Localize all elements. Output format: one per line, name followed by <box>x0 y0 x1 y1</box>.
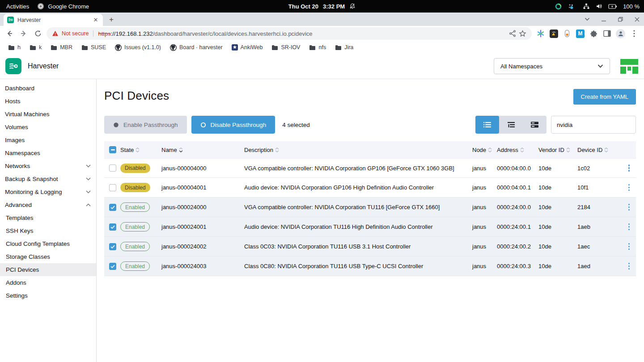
folder-icon <box>81 45 88 51</box>
sidebar-item-namespaces[interactable]: Namespaces <box>0 147 96 160</box>
activities-button[interactable]: Activities <box>6 3 29 10</box>
screenshot-extension-icon[interactable] <box>550 29 558 38</box>
bookmark-item[interactable]: SR-IOV <box>268 43 304 52</box>
chrome-menu-kebab-icon[interactable] <box>630 29 639 38</box>
bookmark-item[interactable]: Board · harvester <box>166 43 226 52</box>
share-icon[interactable] <box>509 30 516 37</box>
row-checkbox[interactable] <box>109 204 116 211</box>
sidebar-item-hosts[interactable]: Hosts <box>0 95 96 108</box>
window-restore-icon[interactable] <box>618 17 623 22</box>
sidebar-item-backup-snapshot[interactable]: Backup & Snapshot <box>0 173 96 185</box>
row-checkbox[interactable] <box>109 164 116 172</box>
network-wired-icon[interactable] <box>583 3 590 9</box>
reload-button[interactable] <box>32 28 44 39</box>
sidebar-item-ssh-keys[interactable]: SSH Keys <box>0 224 96 237</box>
battery-icon[interactable] <box>608 4 617 9</box>
bookmark-item[interactable]: Issues (v1.1.0) <box>111 43 165 52</box>
sort-icon[interactable] <box>275 147 279 152</box>
column-header-node[interactable]: Node <box>472 147 497 153</box>
address-cell: 0000:24:00.1 <box>497 223 538 230</box>
enable-passthrough-button[interactable]: Enable Passthrough <box>104 116 187 134</box>
battery-percent[interactable]: 100 % <box>623 3 640 10</box>
select-all-checkbox[interactable] <box>109 146 116 153</box>
window-minimize-icon[interactable] <box>602 17 606 22</box>
focused-app-indicator[interactable]: Google Chrome <box>37 3 89 10</box>
row-actions-kebab-icon[interactable] <box>626 182 633 193</box>
tray-app-dots-icon[interactable] <box>568 3 574 10</box>
column-header-device-id[interactable]: Device ID <box>577 147 622 153</box>
chevron-down-icon <box>86 177 91 181</box>
tab-search-chevron-icon[interactable] <box>585 17 590 21</box>
sort-icon[interactable] <box>604 147 608 152</box>
profile-avatar[interactable] <box>616 29 625 38</box>
sidebar-item-storage-classes[interactable]: Storage Classes <box>0 250 96 263</box>
filter-search-input[interactable] <box>551 116 636 134</box>
sidebar-item-cloud-config-templates[interactable]: Cloud Config Templates <box>0 237 96 250</box>
bookmark-item[interactable]: AnkiWeb <box>228 43 267 52</box>
column-header-name[interactable]: Name <box>161 147 244 153</box>
sidebar-item-dashboard[interactable]: Dashboard <box>0 82 96 95</box>
sort-icon[interactable] <box>488 147 492 152</box>
sidebar-item-settings[interactable]: Settings <box>0 289 96 302</box>
bookmark-item[interactable]: SUSE <box>78 43 110 52</box>
row-actions-kebab-icon[interactable] <box>626 241 633 252</box>
forward-button[interactable] <box>18 28 30 39</box>
back-button[interactable] <box>4 28 15 39</box>
bookmark-star-icon[interactable] <box>519 30 526 37</box>
device-name-cell: janus-000004001 <box>161 184 244 191</box>
sidebar-item-virtual-machines[interactable]: Virtual Machines <box>0 108 96 121</box>
sidebar-item-templates[interactable]: Templates <box>0 211 96 224</box>
colorful-asterisk-extension-icon[interactable] <box>536 29 545 38</box>
row-checkbox[interactable] <box>109 263 116 270</box>
new-tab-button[interactable]: + <box>106 14 117 25</box>
bookmark-item[interactable]: h <box>4 43 24 52</box>
address-bar[interactable]: Not secure https://192.168.1.232/dashboa… <box>47 27 532 40</box>
sidebar-item-monitoring-logging[interactable]: Monitoring & Logging <box>0 185 96 198</box>
bookmark-item[interactable]: k <box>26 43 45 52</box>
tree-view-button[interactable] <box>499 116 523 134</box>
sidebar-item-advanced[interactable]: Advanced <box>0 198 96 211</box>
security-status[interactable]: Not secure <box>62 30 89 37</box>
sidebar-item-addons[interactable]: Addons <box>0 276 96 289</box>
bookmark-item[interactable]: MBR <box>47 43 76 52</box>
row-checkbox[interactable] <box>109 223 116 231</box>
sidebar-item-networks[interactable]: Networks <box>0 160 96 173</box>
row-actions-kebab-icon[interactable] <box>626 261 633 272</box>
namespace-filter-select[interactable]: All Namespaces <box>494 58 610 74</box>
extensions-puzzle-icon[interactable] <box>589 29 598 38</box>
side-panel-icon[interactable] <box>602 29 611 38</box>
harvester-logo-icon[interactable] <box>5 58 21 74</box>
browser-tab-harvester[interactable]: Harvester ✕ <box>4 14 103 26</box>
tab-close-icon[interactable]: ✕ <box>92 17 99 24</box>
row-checkbox[interactable] <box>109 243 116 250</box>
tray-app-ring-icon[interactable] <box>555 3 562 10</box>
row-checkbox[interactable] <box>109 184 116 191</box>
column-header-address[interactable]: Address <box>497 147 538 153</box>
column-header-state[interactable]: State <box>120 147 161 153</box>
bookmark-item[interactable]: Jira <box>331 43 357 52</box>
sort-icon[interactable] <box>179 147 183 152</box>
bookmark-item[interactable]: nfs <box>305 43 330 52</box>
list-view-button[interactable] <box>475 116 499 134</box>
column-header-vendor-id[interactable]: Vendor ID <box>538 147 577 153</box>
proxy-extension-icon[interactable] <box>563 29 572 38</box>
harvester-favicon <box>7 17 14 23</box>
row-actions-kebab-icon[interactable] <box>626 202 633 213</box>
card-view-button[interactable] <box>523 116 547 134</box>
desktop-clock[interactable]: Thu Oct 203:32 PM <box>288 3 345 10</box>
rancher-logo-icon[interactable] <box>620 57 639 75</box>
create-from-yaml-button[interactable]: Create from YAML <box>573 89 636 105</box>
disable-passthrough-button[interactable]: Disable Passthrough <box>191 116 275 134</box>
window-close-icon[interactable] <box>635 17 640 22</box>
sort-icon[interactable] <box>566 147 570 152</box>
sidebar-item-images[interactable]: Images <box>0 134 96 147</box>
sidebar-item-pci-devices[interactable]: PCI Devices <box>0 263 96 276</box>
row-actions-kebab-icon[interactable] <box>626 222 633 232</box>
row-actions-kebab-icon[interactable] <box>626 163 633 173</box>
sidebar-item-volumes[interactable]: Volumes <box>0 121 96 134</box>
sort-icon[interactable] <box>136 147 140 152</box>
volume-icon[interactable] <box>596 3 602 9</box>
m-extension-icon[interactable]: M <box>576 29 585 38</box>
sort-icon[interactable] <box>520 147 524 152</box>
column-header-description[interactable]: Description <box>244 147 472 153</box>
